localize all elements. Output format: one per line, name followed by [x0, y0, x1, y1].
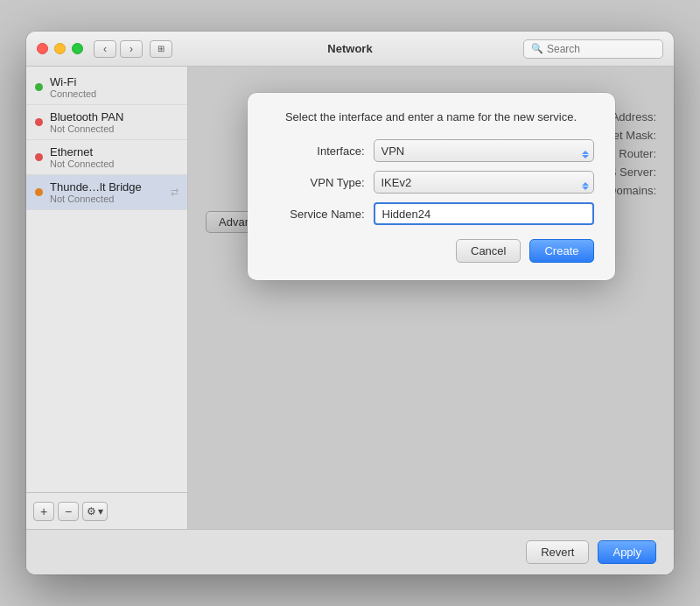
- sidebar-item-ethernet[interactable]: Ethernet Not Connected: [26, 140, 187, 175]
- vpn-type-label: VPN Type:: [269, 176, 365, 189]
- network-name-ethernet: Ethernet: [50, 145, 178, 159]
- network-status-ethernet: Not Connected: [50, 159, 178, 169]
- vpn-type-select[interactable]: IKEv2 L2TP over IPSec Cisco IPSec IKEv1 …: [374, 171, 594, 194]
- sidebar-item-bluetooth[interactable]: Bluetooth PAN Not Connected: [26, 105, 187, 140]
- network-status-thunderbolt: Not Connected: [50, 194, 171, 204]
- create-button[interactable]: Create: [529, 239, 593, 263]
- dialog-overlay: Select the interface and enter a name fo…: [188, 67, 674, 529]
- gear-chevron-icon: ▾: [98, 505, 103, 518]
- network-name-wifi: Wi-Fi: [50, 75, 178, 88]
- sidebar: Wi-Fi Connected Bluetooth PAN Not Connec…: [26, 67, 188, 529]
- network-list: Wi-Fi Connected Bluetooth PAN Not Connec…: [26, 67, 187, 492]
- service-name-label: Service Name:: [269, 208, 365, 221]
- maximize-button[interactable]: [72, 43, 83, 54]
- network-name-bluetooth: Bluetooth PAN: [50, 110, 178, 123]
- status-dot-wifi: [35, 83, 43, 91]
- vpn-type-row: VPN Type: IKEv2 L2TP over IPSec Cisco IP…: [269, 171, 594, 194]
- interface-select[interactable]: VPN Wi-Fi Ethernet Bluetooth PAN: [374, 139, 594, 162]
- new-service-dialog: Select the interface and enter a name fo…: [248, 93, 615, 280]
- remove-network-button[interactable]: −: [58, 502, 79, 521]
- dialog-buttons: Cancel Create: [269, 239, 594, 263]
- traffic-lights: [37, 43, 83, 54]
- search-input[interactable]: [547, 43, 655, 55]
- dialog-message: Select the interface and enter a name fo…: [269, 110, 594, 123]
- sidebar-item-thunderbolt[interactable]: Thunde…lt Bridge Not Connected ⇄: [26, 175, 187, 210]
- back-button[interactable]: ‹: [94, 40, 116, 58]
- search-icon: 🔍: [531, 43, 543, 54]
- close-button[interactable]: [37, 43, 48, 54]
- forward-button[interactable]: ›: [120, 40, 143, 58]
- status-dot-bluetooth: [35, 118, 43, 126]
- network-name-thunderbolt: Thunde…lt Bridge: [50, 180, 171, 194]
- interface-select-wrapper: VPN Wi-Fi Ethernet Bluetooth PAN: [374, 139, 594, 162]
- network-info-ethernet: Ethernet Not Connected: [50, 145, 178, 169]
- content-area: Wi-Fi Connected Bluetooth PAN Not Connec…: [26, 67, 674, 529]
- network-info-bluetooth: Bluetooth PAN Not Connected: [50, 110, 178, 134]
- network-status-bluetooth: Not Connected: [50, 123, 178, 134]
- dialog-form: Interface: VPN Wi-Fi Ethernet Bluetooth …: [269, 139, 594, 225]
- status-dot-thunderbolt: [35, 188, 43, 196]
- nav-buttons: ‹ ›: [94, 40, 143, 58]
- add-network-button[interactable]: +: [33, 502, 54, 521]
- gear-icon: ⚙: [87, 505, 96, 518]
- network-info-thunderbolt: Thunde…lt Bridge Not Connected: [50, 180, 171, 204]
- gear-menu-button[interactable]: ⚙ ▾: [82, 502, 108, 521]
- status-dot-ethernet: [35, 153, 43, 161]
- apply-button[interactable]: Apply: [598, 540, 656, 564]
- sidebar-bottom: + − ⚙ ▾: [26, 492, 187, 529]
- grid-button[interactable]: ⊞: [150, 40, 172, 58]
- service-name-input[interactable]: [374, 202, 594, 225]
- sidebar-item-wifi[interactable]: Wi-Fi Connected: [26, 70, 187, 105]
- window-bottom-bar: Revert Apply: [26, 529, 674, 574]
- network-info-wifi: Wi-Fi Connected: [50, 75, 178, 99]
- main-panel: Select the interface and enter a name fo…: [188, 67, 674, 529]
- minimize-button[interactable]: [54, 43, 66, 54]
- cancel-button[interactable]: Cancel: [456, 239, 521, 263]
- network-status-wifi: Connected: [50, 88, 178, 99]
- service-name-row: Service Name:: [269, 202, 594, 225]
- network-window: ‹ › ⊞ Network 🔍 Wi-Fi Connected: [26, 32, 674, 574]
- window-title: Network: [327, 42, 372, 55]
- interface-row: Interface: VPN Wi-Fi Ethernet Bluetooth …: [269, 139, 594, 162]
- vpn-type-select-wrapper: IKEv2 L2TP over IPSec Cisco IPSec IKEv1 …: [374, 171, 594, 194]
- search-bar[interactable]: 🔍: [523, 39, 663, 59]
- titlebar: ‹ › ⊞ Network 🔍: [26, 32, 674, 67]
- revert-button[interactable]: Revert: [526, 540, 589, 564]
- reorder-arrows[interactable]: ⇄: [171, 187, 178, 198]
- interface-label: Interface:: [269, 144, 365, 158]
